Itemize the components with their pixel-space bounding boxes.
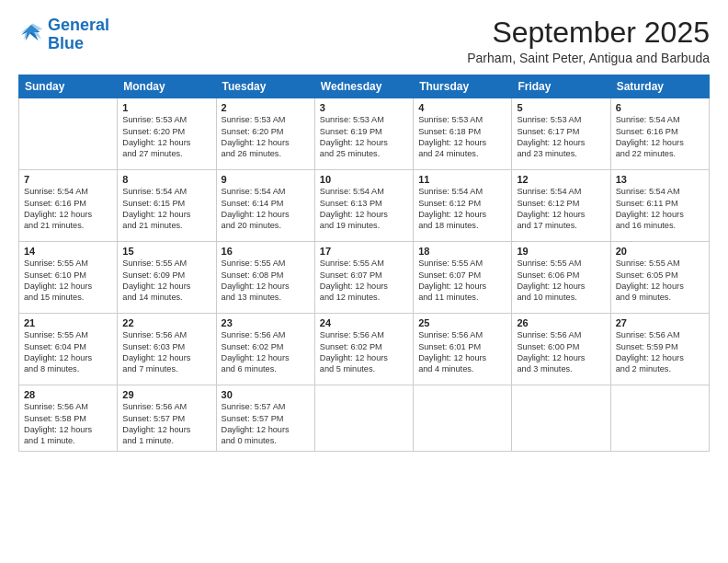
week-row-4: 28Sunrise: 5:56 AMSunset: 5:58 PMDayligh… (19, 385, 710, 452)
calendar-cell: 27Sunrise: 5:56 AMSunset: 5:59 PMDayligh… (610, 314, 709, 385)
week-row-0: 1Sunrise: 5:53 AMSunset: 6:20 PMDaylight… (19, 98, 710, 170)
header-cell-saturday: Saturday (610, 75, 709, 98)
calendar-cell: 18Sunrise: 5:55 AMSunset: 6:07 PMDayligh… (414, 242, 512, 314)
day-number: 9 (222, 174, 310, 185)
header-row: SundayMondayTuesdayWednesdayThursdayFrid… (19, 75, 710, 98)
day-info: Sunrise: 5:54 AMSunset: 6:12 PMDaylight:… (517, 186, 605, 232)
day-number: 8 (122, 174, 210, 185)
day-info: Sunrise: 5:53 AMSunset: 6:20 PMDaylight:… (222, 114, 310, 160)
calendar-header: SundayMondayTuesdayWednesdayThursdayFrid… (19, 75, 710, 98)
day-info: Sunrise: 5:53 AMSunset: 6:19 PMDaylight:… (320, 114, 408, 160)
calendar-cell: 8Sunrise: 5:54 AMSunset: 6:15 PMDaylight… (118, 170, 216, 242)
calendar-cell: 5Sunrise: 5:53 AMSunset: 6:17 PMDaylight… (512, 98, 610, 170)
day-number: 4 (418, 102, 506, 113)
day-info: Sunrise: 5:53 AMSunset: 6:20 PMDaylight:… (122, 114, 210, 160)
day-info: Sunrise: 5:53 AMSunset: 6:18 PMDaylight:… (418, 114, 506, 160)
day-info: Sunrise: 5:54 AMSunset: 6:14 PMDaylight:… (222, 186, 310, 232)
page: General Blue September 2025 Parham, Sain… (0, 0, 728, 563)
calendar-cell: 13Sunrise: 5:54 AMSunset: 6:11 PMDayligh… (610, 170, 709, 242)
day-number: 28 (24, 389, 112, 400)
day-number: 22 (122, 317, 210, 328)
day-info: Sunrise: 5:55 AMSunset: 6:04 PMDaylight:… (24, 329, 112, 375)
day-info: Sunrise: 5:54 AMSunset: 6:12 PMDaylight:… (418, 186, 506, 232)
day-info: Sunrise: 5:56 AMSunset: 6:03 PMDaylight:… (122, 329, 210, 375)
calendar-cell (414, 385, 512, 452)
calendar-cell: 20Sunrise: 5:55 AMSunset: 6:05 PMDayligh… (610, 242, 709, 314)
calendar-cell (19, 98, 118, 170)
week-row-2: 14Sunrise: 5:55 AMSunset: 6:10 PMDayligh… (19, 242, 710, 314)
day-info: Sunrise: 5:55 AMSunset: 6:07 PMDaylight:… (418, 258, 506, 304)
calendar-cell: 6Sunrise: 5:54 AMSunset: 6:16 PMDaylight… (610, 98, 709, 170)
day-number: 7 (24, 174, 112, 185)
day-number: 23 (222, 317, 310, 328)
day-number: 10 (320, 174, 408, 185)
day-number: 18 (418, 246, 506, 257)
header: General Blue September 2025 Parham, Sain… (18, 17, 710, 65)
day-info: Sunrise: 5:56 AMSunset: 5:57 PMDaylight:… (122, 401, 210, 447)
day-number: 14 (24, 246, 112, 257)
calendar-cell: 17Sunrise: 5:55 AMSunset: 6:07 PMDayligh… (314, 242, 413, 314)
svg-marker-1 (20, 23, 43, 39)
calendar-body: 1Sunrise: 5:53 AMSunset: 6:20 PMDaylight… (19, 98, 710, 452)
header-cell-monday: Monday (118, 75, 216, 98)
calendar-cell: 12Sunrise: 5:54 AMSunset: 6:12 PMDayligh… (512, 170, 610, 242)
calendar-cell: 16Sunrise: 5:55 AMSunset: 6:08 PMDayligh… (216, 242, 314, 314)
calendar-cell: 21Sunrise: 5:55 AMSunset: 6:04 PMDayligh… (19, 314, 118, 385)
day-number: 2 (222, 102, 310, 113)
day-number: 6 (616, 102, 704, 113)
calendar-cell: 4Sunrise: 5:53 AMSunset: 6:18 PMDaylight… (414, 98, 512, 170)
calendar-cell: 3Sunrise: 5:53 AMSunset: 6:19 PMDaylight… (314, 98, 413, 170)
header-cell-sunday: Sunday (19, 75, 118, 98)
day-info: Sunrise: 5:55 AMSunset: 6:05 PMDaylight:… (616, 258, 704, 304)
header-cell-thursday: Thursday (414, 75, 512, 98)
day-number: 25 (418, 317, 506, 328)
calendar-cell: 9Sunrise: 5:54 AMSunset: 6:14 PMDaylight… (216, 170, 314, 242)
calendar-cell: 24Sunrise: 5:56 AMSunset: 6:02 PMDayligh… (314, 314, 413, 385)
day-number: 11 (418, 174, 506, 185)
day-info: Sunrise: 5:56 AMSunset: 6:01 PMDaylight:… (418, 329, 506, 375)
month-title: September 2025 (467, 17, 710, 49)
day-number: 30 (222, 389, 310, 400)
day-info: Sunrise: 5:56 AMSunset: 5:59 PMDaylight:… (616, 329, 704, 375)
header-cell-wednesday: Wednesday (314, 75, 413, 98)
day-number: 29 (122, 389, 210, 400)
day-info: Sunrise: 5:54 AMSunset: 6:13 PMDaylight:… (320, 186, 408, 232)
calendar-cell: 11Sunrise: 5:54 AMSunset: 6:12 PMDayligh… (414, 170, 512, 242)
day-number: 17 (320, 246, 408, 257)
calendar-table: SundayMondayTuesdayWednesdayThursdayFrid… (18, 75, 710, 452)
calendar-cell: 19Sunrise: 5:55 AMSunset: 6:06 PMDayligh… (512, 242, 610, 314)
calendar-cell: 2Sunrise: 5:53 AMSunset: 6:20 PMDaylight… (216, 98, 314, 170)
day-info: Sunrise: 5:55 AMSunset: 6:10 PMDaylight:… (24, 258, 112, 304)
day-info: Sunrise: 5:55 AMSunset: 6:07 PMDaylight:… (320, 258, 408, 304)
calendar-cell: 25Sunrise: 5:56 AMSunset: 6:01 PMDayligh… (414, 314, 512, 385)
location-subtitle: Parham, Saint Peter, Antigua and Barbuda (467, 51, 710, 65)
day-number: 13 (616, 174, 704, 185)
day-number: 16 (222, 246, 310, 257)
week-row-3: 21Sunrise: 5:55 AMSunset: 6:04 PMDayligh… (19, 314, 710, 385)
day-number: 3 (320, 102, 408, 113)
calendar-cell: 15Sunrise: 5:55 AMSunset: 6:09 PMDayligh… (118, 242, 216, 314)
calendar-cell: 30Sunrise: 5:57 AMSunset: 5:57 PMDayligh… (216, 385, 314, 452)
week-row-1: 7Sunrise: 5:54 AMSunset: 6:16 PMDaylight… (19, 170, 710, 242)
logo-bird-icon (18, 22, 44, 48)
header-cell-friday: Friday (512, 75, 610, 98)
calendar-cell: 26Sunrise: 5:56 AMSunset: 6:00 PMDayligh… (512, 314, 610, 385)
calendar-cell: 14Sunrise: 5:55 AMSunset: 6:10 PMDayligh… (19, 242, 118, 314)
calendar-cell: 10Sunrise: 5:54 AMSunset: 6:13 PMDayligh… (314, 170, 413, 242)
header-cell-tuesday: Tuesday (216, 75, 314, 98)
day-number: 12 (517, 174, 605, 185)
day-info: Sunrise: 5:56 AMSunset: 6:00 PMDaylight:… (517, 329, 605, 375)
calendar-cell: 28Sunrise: 5:56 AMSunset: 5:58 PMDayligh… (19, 385, 118, 452)
day-info: Sunrise: 5:56 AMSunset: 6:02 PMDaylight:… (320, 329, 408, 375)
day-info: Sunrise: 5:56 AMSunset: 6:02 PMDaylight:… (222, 329, 310, 375)
day-info: Sunrise: 5:55 AMSunset: 6:09 PMDaylight:… (122, 258, 210, 304)
day-number: 20 (616, 246, 704, 257)
day-number: 19 (517, 246, 605, 257)
day-info: Sunrise: 5:53 AMSunset: 6:17 PMDaylight:… (517, 114, 605, 160)
day-info: Sunrise: 5:55 AMSunset: 6:06 PMDaylight:… (517, 258, 605, 304)
calendar-cell (512, 385, 610, 452)
logo-text: General Blue (48, 17, 109, 53)
logo: General Blue (18, 17, 109, 53)
day-info: Sunrise: 5:54 AMSunset: 6:16 PMDaylight:… (24, 186, 112, 232)
calendar-cell (610, 385, 709, 452)
